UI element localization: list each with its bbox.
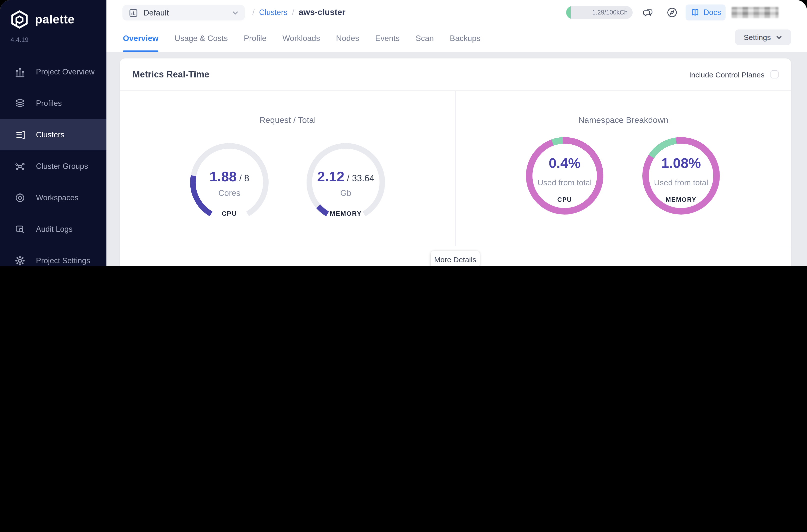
gauge-label: CPU xyxy=(184,210,274,217)
more-details-button[interactable]: More Details xyxy=(431,251,480,266)
project-selector[interactable]: Default xyxy=(123,5,245,20)
tab-overview[interactable]: Overview xyxy=(123,25,158,52)
donut-subtitle: Used from total xyxy=(639,178,724,187)
gauge-unit: Cores xyxy=(184,188,274,198)
tabs-bar: OverviewUsage & CostsProfileWorkloadsNod… xyxy=(107,25,807,52)
sidebar-item-label: Project Settings xyxy=(36,256,90,265)
include-control-planes-checkbox[interactable] xyxy=(771,71,778,78)
sidebar-item-label: Audit Logs xyxy=(36,225,73,233)
gauge-memory: 2.12 / 33.64 Gb MEMORY xyxy=(301,140,391,227)
settings-label: Settings xyxy=(744,33,771,41)
tab-profile[interactable]: Profile xyxy=(244,25,267,52)
docs-button[interactable]: Docs xyxy=(686,4,726,20)
gear-icon xyxy=(15,255,25,266)
donut-label: CPU xyxy=(522,196,607,203)
chat-icon[interactable] xyxy=(642,6,655,19)
gauge-label: MEMORY xyxy=(301,210,391,217)
project-selector-value: Default xyxy=(144,8,169,17)
donut-percent: 1.08% xyxy=(639,155,724,171)
app-version: 4.4.19 xyxy=(0,30,107,45)
bar-chart-icon xyxy=(15,66,25,77)
docs-label: Docs xyxy=(703,8,721,17)
chevron-down-icon xyxy=(775,34,782,41)
docs-book-icon xyxy=(690,7,700,18)
usage-pill-value: 1.29/100kCh xyxy=(592,9,627,16)
donut-subtitle: Used from total xyxy=(522,178,607,187)
namespace-breakdown-title: Namespace Breakdown xyxy=(456,115,791,126)
tab-backups[interactable]: Backups xyxy=(450,25,481,52)
tab-workloads[interactable]: Workloads xyxy=(282,25,320,52)
sidebar-item-label: Profiles xyxy=(36,99,62,108)
metrics-card: Metrics Real-Time Include Control Planes… xyxy=(120,58,791,266)
include-control-planes-label: Include Control Planes xyxy=(689,70,765,79)
tab-scan[interactable]: Scan xyxy=(415,25,434,52)
compass-icon[interactable] xyxy=(665,6,679,19)
network-icon xyxy=(15,160,25,172)
breadcrumb: / Clusters / aws-cluster xyxy=(252,0,345,25)
sidebar-item-project-settings[interactable]: Project Settings xyxy=(0,245,107,266)
user-account-blurred[interactable] xyxy=(732,7,778,18)
main: Default / Clusters / aws-cluster 1.29/10… xyxy=(107,0,807,266)
breadcrumb-clusters-link[interactable]: Clusters xyxy=(259,8,287,17)
breadcrumb-separator: / xyxy=(252,8,255,17)
topbar: Default / Clusters / aws-cluster 1.29/10… xyxy=(107,0,807,25)
donut-memory: 1.08% Used from total MEMORY xyxy=(639,133,724,218)
sidebar-item-label: Workspaces xyxy=(36,193,78,202)
divider xyxy=(120,246,791,246)
sidebar-item-audit-logs[interactable]: Audit Logs xyxy=(0,213,107,245)
project-chart-icon xyxy=(128,8,138,18)
settings-button[interactable]: Settings xyxy=(735,30,791,45)
gauge-cpu: 1.88 / 8 Cores CPU xyxy=(184,140,274,227)
donut-cpu: 0.4% Used from total CPU xyxy=(522,133,607,218)
sidebar-item-project-overview[interactable]: Project Overview xyxy=(0,56,107,88)
orbit-icon xyxy=(15,192,25,203)
divider xyxy=(455,91,456,246)
app-window: palette 4.4.19 Project OverviewProfilesC… xyxy=(0,0,807,266)
servers-icon xyxy=(15,129,25,140)
brand-name: palette xyxy=(35,13,75,26)
sidebar-item-workspaces[interactable]: Workspaces xyxy=(0,182,107,213)
usage-progress xyxy=(566,6,571,19)
donut-percent: 0.4% xyxy=(522,155,607,171)
sidebar-nav: Project OverviewProfilesClustersCluster … xyxy=(0,56,107,266)
breadcrumb-separator: / xyxy=(292,8,294,17)
layers-icon xyxy=(15,98,25,109)
topbar-right: 1.29/100kCh Docs xyxy=(566,0,778,25)
breadcrumb-current: aws-cluster xyxy=(299,7,345,18)
sidebar-item-label: Clusters xyxy=(36,130,64,139)
stage: palette 4.4.19 Project OverviewProfilesC… xyxy=(0,0,807,266)
tab-events[interactable]: Events xyxy=(375,25,400,52)
palette-logo-icon xyxy=(10,10,30,30)
sidebar-item-cluster-groups[interactable]: Cluster Groups xyxy=(0,150,107,182)
donut-label: MEMORY xyxy=(639,196,724,203)
sidebar-item-label: Project Overview xyxy=(36,67,94,76)
sidebar: palette 4.4.19 Project OverviewProfilesC… xyxy=(0,0,107,266)
gauge-value: 1.88 / 8 xyxy=(184,169,274,185)
metrics-title: Metrics Real-Time xyxy=(132,69,209,80)
audit-icon xyxy=(15,224,25,234)
tab-usage-costs[interactable]: Usage & Costs xyxy=(174,25,228,52)
request-total-title: Request / Total xyxy=(120,115,455,126)
gauge-value: 2.12 / 33.64 xyxy=(301,169,391,185)
brand: palette xyxy=(0,0,107,30)
sidebar-item-profiles[interactable]: Profiles xyxy=(0,88,107,119)
gauge-unit: Gb xyxy=(301,188,391,198)
chevron-down-icon xyxy=(232,9,239,16)
sidebar-item-clusters[interactable]: Clusters xyxy=(0,119,107,150)
content: Metrics Real-Time Include Control Planes… xyxy=(107,52,807,266)
usage-pill: 1.29/100kCh xyxy=(566,6,633,19)
tab-nodes[interactable]: Nodes xyxy=(336,25,359,52)
sidebar-item-label: Cluster Groups xyxy=(36,162,88,171)
